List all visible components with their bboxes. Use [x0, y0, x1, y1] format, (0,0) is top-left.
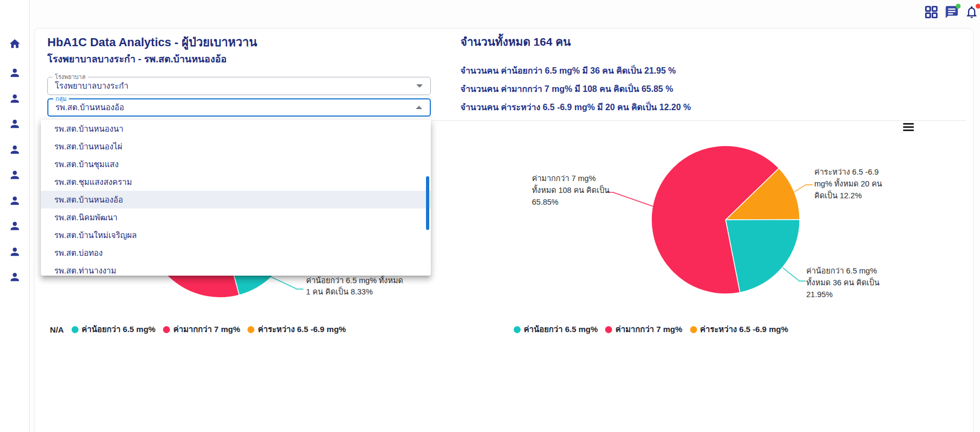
person-icon: [9, 271, 21, 283]
group-options-dropdown: รพ.สต.บ้านหนองนารพ.สต.บ้านหนองไผ่รพ.สต.บ…: [41, 120, 431, 276]
notifications-bell-icon[interactable]: [964, 5, 979, 19]
hospital-select[interactable]: โรงพยาบาล โรงพยาบาลบางระกำ: [47, 77, 431, 95]
legend-label: ค่ามากกว่า 7 mg%: [615, 323, 682, 336]
pie-label-line: ทั้งหมด 36 คน คิดเป็น: [806, 277, 879, 289]
hospital-select-value: โรงพยาบาลบางระกำ: [55, 77, 129, 95]
right-chart-legend: ค่าน้อยกว่า 6.5 mg%ค่ามากกว่า 7 mg%ค่าระ…: [495, 323, 807, 336]
right-pie-chart: ค่ามากกว่า 7 mg%ทั้งหมด 108 คน คิดเป็น65…: [465, 114, 970, 345]
summary-block: จำนวนทั้งหมด 164 คน จำนวนคน ค่าน้อยกว่า …: [460, 33, 571, 51]
legend-label: ค่าระหว่าง 6.5 -6.9 mg%: [700, 323, 789, 336]
sidebar-item-person-1[interactable]: [9, 67, 21, 79]
person-icon: [9, 67, 21, 79]
pie-data-label: ค่าระหว่าง 6.5 -6.9mg% ทั้งหมด 20 คนคิดเ…: [814, 166, 882, 201]
pie-label-line: ค่าระหว่าง 6.5 -6.9: [814, 166, 882, 178]
group-select-value: รพ.สต.บ้านหนองอ้อ: [55, 99, 124, 116]
legend-label: ค่ามากกว่า 7 mg%: [173, 323, 240, 336]
legend-label: N/A: [50, 325, 64, 334]
dropdown-option[interactable]: รพ.สต.บ้านชุมแสง: [41, 155, 431, 173]
dropdown-option[interactable]: รพ.สต.บ้านใหม่เจริญผล: [41, 226, 431, 244]
chat-icon[interactable]: [945, 5, 959, 19]
legend-item[interactable]: ค่าน้อยกว่า 6.5 mg%: [72, 323, 155, 336]
summary-line: จำนวนคน ค่าระหว่าง 6.5 -6.9 mg% มี 20 คน…: [460, 100, 691, 114]
legend-marker-red: [605, 326, 612, 333]
legend-marker-orange: [690, 326, 697, 333]
dropdown-option[interactable]: รพ.สต.บ้านหนองนา: [41, 120, 431, 138]
legend-item[interactable]: ค่ามากกว่า 7 mg%: [605, 323, 682, 336]
sidebar-item-person-5[interactable]: [9, 169, 21, 181]
left-chart-legend: N/Aค่าน้อยกว่า 6.5 mg%ค่ามากกว่า 7 mg%ค่…: [42, 323, 354, 336]
pie-label-line: ทั้งหมด 108 คน คิดเป็น: [532, 184, 609, 196]
person-icon: [9, 169, 21, 181]
legend-item[interactable]: ค่าระหว่าง 6.5 -6.9 mg%: [690, 323, 789, 336]
sidebar-item-person-6[interactable]: [9, 195, 21, 207]
pie-label-line: คิดเป็น 12.2%: [814, 190, 882, 201]
sidebar-item-person-9[interactable]: [9, 271, 21, 283]
pie-label-line: 1 คน คิดเป็น 8.33%: [306, 286, 403, 298]
summary-line: จำนวนคน ค่ามากกว่า 7 mg% มี 108 คน คิดเป…: [460, 82, 673, 96]
sidebar-item-person-7[interactable]: [9, 220, 21, 232]
home-icon: [9, 38, 21, 50]
chart-context-menu-icon[interactable]: [903, 123, 914, 133]
pie-label-connector: [783, 268, 806, 281]
pie-label-line: 65.85%: [532, 196, 609, 208]
legend-item[interactable]: N/A: [50, 325, 64, 334]
page-subtitle: โรงพยาบาลบางระกำ - รพ.สต.บ้านหนองอ้อ: [47, 51, 226, 67]
legend-marker-teal: [514, 326, 521, 333]
legend-label: ค่าน้อยกว่า 6.5 mg%: [524, 323, 598, 336]
summary-line: จำนวนคน ค่าน้อยกว่า 6.5 mg% มี 36 คน คิด…: [460, 64, 676, 77]
chevron-down-icon: [416, 84, 423, 88]
legend-marker-red: [163, 326, 170, 333]
person-icon: [9, 92, 21, 105]
sidebar-item-person-2[interactable]: [9, 92, 21, 105]
dropdown-option[interactable]: รพ.สต.บ่อทอง: [41, 244, 431, 262]
legend-item[interactable]: ค่าระหว่าง 6.5 -6.9 mg%: [247, 323, 346, 336]
legend-label: ค่าน้อยกว่า 6.5 mg%: [82, 323, 155, 336]
notifications-badge: [976, 4, 980, 9]
person-icon: [9, 246, 21, 258]
legend-item[interactable]: ค่าน้อยกว่า 6.5 mg%: [514, 323, 598, 336]
group-select[interactable]: กลุ่ม รพ.สต.บ้านหนองอ้อ: [47, 98, 431, 117]
dashboard-card: HbA1C Data Analytics - ผู้ป่วยเบาหวาน โร…: [34, 28, 974, 432]
pie-label-line: ค่าน้อยกว่า 6.5 mg%: [806, 265, 879, 277]
sidebar: [0, 0, 30, 432]
dropdown-option[interactable]: รพ.สต.นิคมพัฒนา: [41, 208, 431, 226]
pie-data-label: ค่าน้อยกว่า 6.5 mg% ทั้งหมด1 คน คิดเป็น …: [306, 275, 403, 298]
pie-label-line: ค่าน้อยกว่า 6.5 mg% ทั้งหมด: [306, 275, 403, 286]
person-icon: [9, 143, 21, 156]
sidebar-item-person-4[interactable]: [9, 143, 21, 156]
pie-label-line: ค่ามากกว่า 7 mg%: [532, 172, 609, 184]
person-icon: [9, 220, 21, 232]
pie-label-connector: [606, 192, 653, 206]
apps-grid-icon[interactable]: [924, 5, 939, 19]
chevron-up-icon: [416, 106, 422, 109]
legend-label: ค่าระหว่าง 6.5 -6.9 mg%: [258, 323, 346, 336]
pie-label-line: mg% ทั้งหมด 20 คน: [814, 178, 882, 190]
pie-label-connector: [794, 185, 813, 192]
legend-marker-orange: [247, 326, 254, 333]
dropdown-option[interactable]: รพ.สต.บ้านหนองไผ่: [41, 138, 431, 155]
dropdown-option[interactable]: รพ.สต.บ้านหนองอ้อ: [41, 191, 431, 208]
dropdown-scrollbar[interactable]: [426, 176, 429, 230]
sidebar-item-person-8[interactable]: [9, 246, 21, 258]
pie-data-label: ค่าน้อยกว่า 6.5 mg%ทั้งหมด 36 คน คิดเป็น…: [806, 265, 879, 300]
person-icon: [9, 195, 21, 207]
sidebar-item-person-3[interactable]: [9, 118, 21, 130]
summary-total: จำนวนทั้งหมด 164 คน: [460, 33, 571, 51]
pie-label-connector: [268, 276, 303, 289]
sidebar-item-home[interactable]: [9, 38, 21, 50]
legend-marker-teal: [72, 326, 79, 333]
page-title: HbA1C Data Analytics - ผู้ป่วยเบาหวาน: [47, 33, 257, 52]
pie-data-label: ค่ามากกว่า 7 mg%ทั้งหมด 108 คน คิดเป็น65…: [532, 172, 609, 208]
legend-item[interactable]: ค่ามากกว่า 7 mg%: [163, 323, 240, 336]
chat-badge: [956, 4, 961, 9]
person-icon: [9, 118, 21, 130]
dropdown-option[interactable]: รพ.สต.ท่านางงาม: [41, 262, 431, 276]
dropdown-option[interactable]: รพ.สต.ชุมแสงสงคราม: [41, 173, 431, 191]
pie-label-line: 21.95%: [806, 289, 879, 300]
